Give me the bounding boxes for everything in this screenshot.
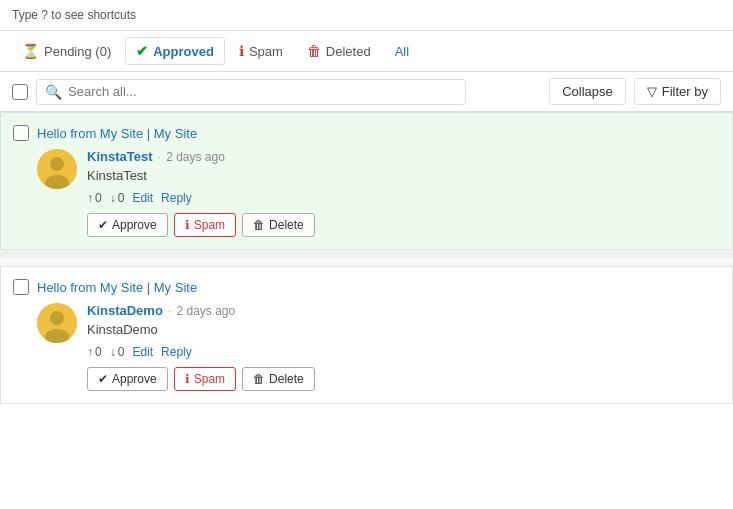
upvote-button[interactable]: ↑ 0 <box>87 191 102 205</box>
approve-check-icon: ✔ <box>98 372 108 386</box>
comment-actions: ↑ 0 ↓ 0 Edit Reply <box>87 191 716 205</box>
downvote-button[interactable]: ↓ 0 <box>110 191 125 205</box>
comment-content: KinstaDemo · 2 days ago KinstaDemo ↑ 0 ↓… <box>87 303 716 391</box>
approve-button[interactable]: ✔ Approve <box>87 213 168 237</box>
hint-bar: Type ? to see shortcuts <box>0 0 733 31</box>
upvote-count: 0 <box>95 345 102 359</box>
downvote-button[interactable]: ↓ 0 <box>110 345 125 359</box>
delete-button[interactable]: 🗑 Delete <box>242 213 315 237</box>
comment-text: KinstaTest <box>87 168 716 183</box>
deleted-icon: 🗑 <box>307 43 321 59</box>
spam-exclaim-icon: ℹ <box>185 218 190 232</box>
approve-label: Approve <box>112 372 157 386</box>
spam-button[interactable]: ℹ Spam <box>174 367 236 391</box>
comment-separator <box>0 250 733 258</box>
comment-list: Hello from My Site | My Site KinstaTest … <box>0 112 733 404</box>
avatar <box>37 303 77 343</box>
search-icon: 🔍 <box>45 84 62 100</box>
approved-icon: ✔ <box>136 43 148 59</box>
comment-time: 2 days ago <box>166 150 225 164</box>
delete-button[interactable]: 🗑 Delete <box>242 367 315 391</box>
comment-post-title[interactable]: Hello from My Site | My Site <box>37 126 197 141</box>
tab-approved-label: Approved <box>153 44 214 59</box>
spam-exclaim-icon: ℹ <box>185 372 190 386</box>
dot-separator: · <box>158 149 162 164</box>
svg-point-1 <box>50 157 64 171</box>
tab-spam[interactable]: ℹ Spam <box>229 38 293 64</box>
approve-check-icon: ✔ <box>98 218 108 232</box>
filter-label: Filter by <box>662 84 708 99</box>
edit-link[interactable]: Edit <box>132 191 153 205</box>
upvote-icon: ↑ <box>87 191 93 205</box>
tab-spam-label: Spam <box>249 44 283 59</box>
comment-tabs: ⏳ Pending (0) ✔ Approved ℹ Spam 🗑 Delete… <box>0 31 733 72</box>
comment-actions: ↑ 0 ↓ 0 Edit Reply <box>87 345 716 359</box>
search-input[interactable] <box>68 84 457 99</box>
tab-deleted-label: Deleted <box>326 44 371 59</box>
comment-post-title[interactable]: Hello from My Site | My Site <box>37 280 197 295</box>
approve-label: Approve <box>112 218 157 232</box>
spam-button[interactable]: ℹ Spam <box>174 213 236 237</box>
filter-button[interactable]: ▽ Filter by <box>634 78 721 105</box>
delete-label: Delete <box>269 218 304 232</box>
downvote-count: 0 <box>118 345 125 359</box>
tab-all-label: All <box>395 44 409 59</box>
comment-header-row: Hello from My Site | My Site <box>13 125 716 141</box>
filter-icon: ▽ <box>647 84 657 99</box>
comment-header-row: Hello from My Site | My Site <box>13 279 716 295</box>
svg-point-4 <box>50 311 64 325</box>
spam-label: Spam <box>194 372 225 386</box>
table-row: Hello from My Site | My Site KinstaTest … <box>0 112 733 250</box>
dot-separator: · <box>168 303 172 318</box>
comment-author[interactable]: KinstaTest <box>87 149 153 164</box>
delete-trash-icon: 🗑 <box>253 372 265 386</box>
comments-toolbar: 🔍 Collapse ▽ Filter by <box>0 72 733 112</box>
downvote-icon: ↓ <box>110 345 116 359</box>
collapse-button[interactable]: Collapse <box>549 78 626 105</box>
search-box: 🔍 <box>36 79 466 105</box>
hint-text: Type ? to see shortcuts <box>12 8 136 22</box>
tab-approved[interactable]: ✔ Approved <box>125 37 225 65</box>
reply-link[interactable]: Reply <box>161 191 192 205</box>
spam-label: Spam <box>194 218 225 232</box>
comment-content: KinstaTest · 2 days ago KinstaTest ↑ 0 ↓… <box>87 149 716 237</box>
avatar <box>37 149 77 189</box>
delete-label: Delete <box>269 372 304 386</box>
approve-button[interactable]: ✔ Approve <box>87 367 168 391</box>
comment-buttons: ✔ Approve ℹ Spam 🗑 Delete <box>87 213 716 237</box>
tab-pending-label: Pending (0) <box>44 44 111 59</box>
upvote-button[interactable]: ↑ 0 <box>87 345 102 359</box>
comment-author[interactable]: KinstaDemo <box>87 303 163 318</box>
comment-text: KinstaDemo <box>87 322 716 337</box>
comment-meta: KinstaTest · 2 days ago <box>87 149 716 164</box>
comment-checkbox[interactable] <box>13 279 29 295</box>
edit-link[interactable]: Edit <box>132 345 153 359</box>
upvote-icon: ↑ <box>87 345 93 359</box>
comment-time: 2 days ago <box>176 304 235 318</box>
spam-icon: ℹ <box>239 43 244 59</box>
reply-link[interactable]: Reply <box>161 345 192 359</box>
comment-meta: KinstaDemo · 2 days ago <box>87 303 716 318</box>
comment-buttons: ✔ Approve ℹ Spam 🗑 Delete <box>87 367 716 391</box>
comment-body: KinstaTest · 2 days ago KinstaTest ↑ 0 ↓… <box>37 149 716 237</box>
downvote-icon: ↓ <box>110 191 116 205</box>
tab-pending[interactable]: ⏳ Pending (0) <box>12 38 121 64</box>
comment-body: KinstaDemo · 2 days ago KinstaDemo ↑ 0 ↓… <box>37 303 716 391</box>
upvote-count: 0 <box>95 191 102 205</box>
pending-icon: ⏳ <box>22 43 39 59</box>
tab-deleted[interactable]: 🗑 Deleted <box>297 38 381 64</box>
table-row: Hello from My Site | My Site KinstaDemo … <box>0 266 733 404</box>
select-all-checkbox[interactable] <box>12 84 28 100</box>
tab-all[interactable]: All <box>385 39 419 64</box>
bottom-space <box>0 404 733 434</box>
downvote-count: 0 <box>118 191 125 205</box>
delete-trash-icon: 🗑 <box>253 218 265 232</box>
comment-checkbox[interactable] <box>13 125 29 141</box>
